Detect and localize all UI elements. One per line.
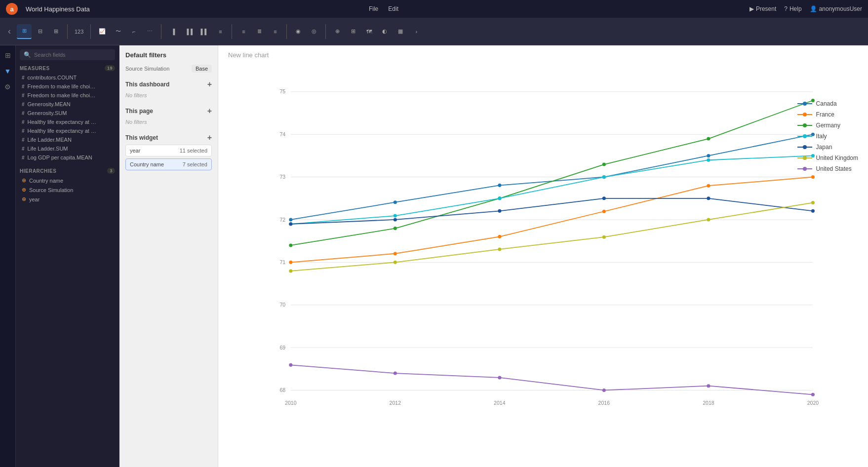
tb-hbar2-btn[interactable]: ≣ xyxy=(252,24,267,39)
svg-text:72: 72 xyxy=(280,217,286,223)
sidebar-icon-filter[interactable]: ▼ xyxy=(2,65,14,77)
svg-point-53 xyxy=(394,261,397,264)
tb-step-btn[interactable]: ⌐ xyxy=(126,24,141,39)
tb-area-btn[interactable]: 〜 xyxy=(111,24,125,39)
sidebar-icon-fields[interactable]: ⊞ xyxy=(2,49,14,61)
search-input[interactable] xyxy=(34,52,111,58)
add-dashboard-filter-btn[interactable]: + xyxy=(207,80,212,88)
svg-point-49 xyxy=(602,196,606,200)
hierarchy-country[interactable]: ⊕ Country name xyxy=(20,176,115,185)
svg-text:69: 69 xyxy=(280,345,286,350)
field-gdp-mean[interactable]: # Log GDP per capita.MEAN xyxy=(20,153,115,162)
svg-point-28 xyxy=(289,261,292,264)
hierarchies-count: 3 xyxy=(107,168,115,174)
tb-table-btn[interactable]: ⊞ xyxy=(17,24,32,39)
sidebar: 🔍 MEASURES 19 # contributors.COUNT # Fre… xyxy=(16,45,119,467)
svg-point-24 xyxy=(498,184,501,187)
this-page-header: This page + xyxy=(125,107,212,115)
svg-point-63 xyxy=(811,393,815,396)
source-value[interactable]: Base xyxy=(192,65,212,73)
svg-point-48 xyxy=(498,209,501,213)
field-healthy-mean[interactable]: # Healthy life expectancy at birth.M... xyxy=(20,117,115,126)
field-freedom-mean[interactable]: # Freedom to make life choices.ME... xyxy=(20,82,115,91)
chart-area: New line chart .axis-text { font: 12px '… xyxy=(218,45,868,467)
tb-filter-btn[interactable]: ⊞ xyxy=(346,24,360,39)
svg-text:71: 71 xyxy=(280,259,286,265)
tb-hbar-btn[interactable]: ≡ xyxy=(236,24,251,39)
svg-point-23 xyxy=(394,200,397,204)
tb-bar4-btn[interactable]: ≡ xyxy=(213,24,228,39)
tb-gauge-btn[interactable]: ◐ xyxy=(377,24,392,39)
filter-year-label: year xyxy=(130,148,140,154)
topbar-right: ▶ Present ? Help 👤 anonymousUser xyxy=(750,5,862,12)
tb-line-btn[interactable]: 📈 xyxy=(95,24,110,39)
svg-point-29 xyxy=(394,252,397,255)
hierarchy-icon-year: ⊕ xyxy=(22,196,26,202)
tb-num-btn[interactable]: 123 xyxy=(72,24,86,39)
tb-scatter-btn[interactable]: ⋯ xyxy=(142,24,157,39)
filters-panel: Default filters Source Simulation Base T… xyxy=(119,45,218,467)
add-page-filter-btn[interactable]: + xyxy=(207,107,212,115)
field-freedom-sum[interactable]: # Freedom to make life choices.SU... xyxy=(20,91,115,100)
hierarchy-icon-source: ⊕ xyxy=(22,187,26,193)
help-btn[interactable]: ? Help xyxy=(784,5,801,12)
field-generosity-mean[interactable]: # Generosity.MEAN xyxy=(20,100,115,109)
hierarchy-icon-country: ⊕ xyxy=(22,177,26,184)
legend-france: France xyxy=(797,111,858,118)
tb-bar-btn[interactable]: ▐ xyxy=(165,24,180,39)
search-icon: 🔍 xyxy=(24,51,31,58)
tb-pie-btn[interactable]: ◉ xyxy=(291,24,306,39)
chart-container: .axis-text { font: 12px 'Segoe UI', Aria… xyxy=(218,61,868,467)
svg-point-42 xyxy=(498,196,501,200)
svg-point-67 xyxy=(803,113,807,117)
toolbar-group-pie: ≡ ≣ ≡ xyxy=(236,24,287,39)
present-btn[interactable]: ▶ Present xyxy=(750,5,776,12)
tb-bar3-btn[interactable]: ▌▌ xyxy=(197,24,212,39)
tb-hbar3-btn[interactable]: ≡ xyxy=(268,24,282,39)
tb-grid-btn[interactable]: ▦ xyxy=(393,24,408,39)
svg-text:2014: 2014 xyxy=(494,400,506,406)
field-contributors[interactable]: # contributors.COUNT xyxy=(20,73,115,82)
svg-point-58 xyxy=(289,363,292,367)
tb-bubble-btn[interactable]: ⊕ xyxy=(330,24,345,39)
tb-bar2-btn[interactable]: ▐▐ xyxy=(181,24,196,39)
user-btn[interactable]: 👤 anonymousUser xyxy=(810,5,862,12)
field-healthy-sum[interactable]: # Healthy life expectancy at birth.SU... xyxy=(20,126,115,135)
tb-table2-btn[interactable]: ⊟ xyxy=(33,24,47,39)
field-generosity-sum[interactable]: # Generosity.SUM xyxy=(20,109,115,117)
toolbar-group-bar: ▐ ▐▐ ▌▌ ≡ xyxy=(165,24,232,39)
svg-point-37 xyxy=(602,163,606,166)
hierarchies-header: HIERARCHIES 3 xyxy=(20,168,115,174)
svg-point-47 xyxy=(394,218,397,221)
chart-svg: .axis-text { font: 12px 'Segoe UI', Aria… xyxy=(228,66,858,423)
app-title: World Happiness Data xyxy=(26,5,361,13)
tb-more-btn[interactable]: › xyxy=(409,24,424,39)
filter-row-country[interactable]: Country name 7 selected xyxy=(125,158,212,170)
legend-canada: Canada xyxy=(797,100,858,107)
filter-country-label: Country name xyxy=(130,161,164,167)
svg-text:2018: 2018 xyxy=(703,400,714,406)
field-lifeladder-mean[interactable]: # Life Ladder.MEAN xyxy=(20,135,115,144)
svg-point-54 xyxy=(498,247,501,251)
filter-row-year[interactable]: year 11 selected xyxy=(125,145,212,156)
measures-header: MEASURES 19 xyxy=(20,65,115,71)
add-widget-filter-btn[interactable]: + xyxy=(207,134,212,142)
svg-text:2010: 2010 xyxy=(285,400,297,406)
menu-file[interactable]: File xyxy=(369,5,378,12)
tb-map-btn[interactable]: 🗺 xyxy=(361,24,376,39)
svg-text:2016: 2016 xyxy=(598,400,610,406)
source-row: Source Simulation Base xyxy=(125,65,212,73)
sidebar-icon-settings[interactable]: ⚙ xyxy=(2,81,14,93)
tb-table3-btn[interactable]: ⊞ xyxy=(48,24,63,39)
svg-point-77 xyxy=(803,167,807,171)
nav-back[interactable]: ‹ xyxy=(4,24,15,39)
hierarchy-source[interactable]: ⊕ Source Simulation xyxy=(20,185,115,195)
menu-edit[interactable]: Edit xyxy=(388,5,398,12)
svg-point-69 xyxy=(803,123,807,127)
hierarchy-year[interactable]: ⊕ year xyxy=(20,195,115,204)
sidebar-icons: ⊞ ▼ ⚙ xyxy=(0,45,16,467)
search-box[interactable]: 🔍 xyxy=(20,49,115,60)
field-lifeladder-sum[interactable]: # Life Ladder.SUM xyxy=(20,144,115,153)
svg-point-26 xyxy=(707,154,710,157)
tb-donut-btn[interactable]: ◎ xyxy=(307,24,321,39)
